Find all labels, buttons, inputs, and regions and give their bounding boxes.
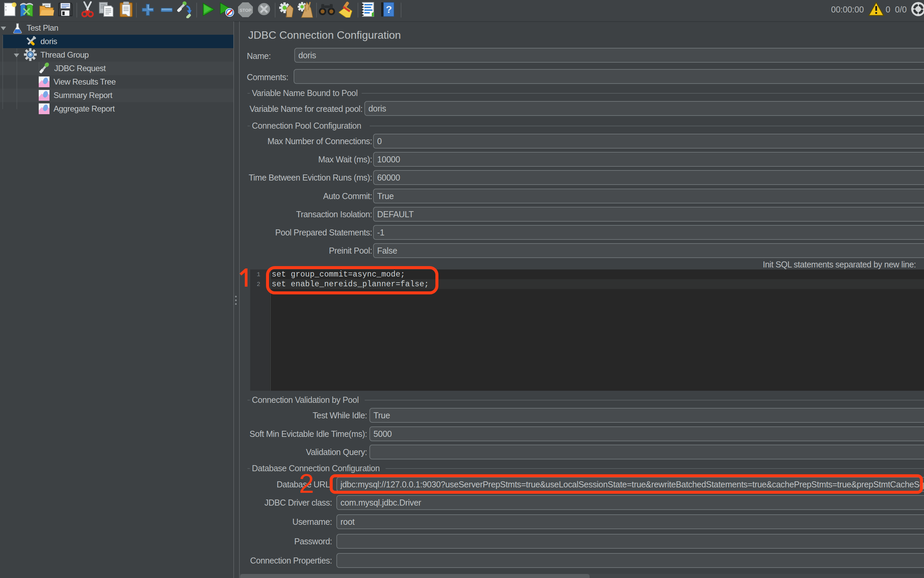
svg-text:?: ? xyxy=(386,4,392,15)
svg-text:STOP: STOP xyxy=(240,8,251,13)
